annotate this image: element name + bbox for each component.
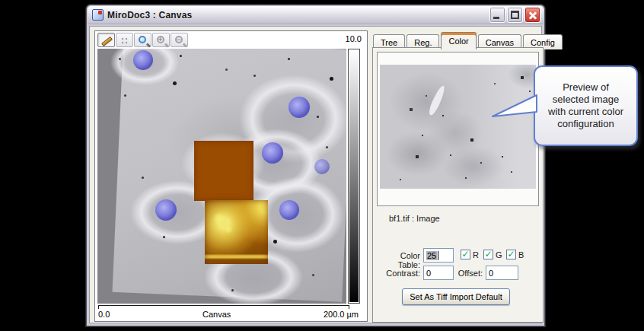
maximize-button[interactable]	[507, 7, 523, 23]
callout-line: with current color	[548, 106, 623, 118]
nucleus-stain	[262, 142, 283, 164]
cell-highlight	[427, 84, 447, 116]
color-tab-page: bf1.tif : Image Color Table: 25 ✓ R ✓ G …	[372, 47, 544, 323]
draw-tool-button[interactable]	[97, 33, 115, 47]
pencil-icon	[101, 37, 113, 46]
preview-image	[380, 65, 536, 189]
channel-g: ✓ G	[483, 250, 502, 259]
screenshot-root: MiroDoc3 : Canvas + − 10.0	[0, 0, 644, 331]
channel-r: ✓ R	[461, 250, 479, 259]
canvas-viewport[interactable]	[97, 49, 346, 304]
zoom-in-button[interactable]: +	[152, 33, 170, 47]
afm-overlay-lower	[205, 200, 268, 264]
maximize-icon	[511, 11, 519, 19]
contrast-label: Contrast:	[378, 269, 420, 278]
magnifier-icon	[139, 36, 146, 43]
canvas-toolbar: + −	[97, 33, 188, 47]
debris-specks	[97, 49, 100, 51]
channel-r-label: R	[473, 250, 479, 259]
nucleus-stain	[314, 159, 330, 174]
set-tiff-default-button[interactable]: Set As Tiff Import Default	[402, 288, 510, 305]
contrast-input[interactable]	[423, 266, 454, 280]
preview-box	[377, 52, 539, 206]
check-icon: ✓	[461, 250, 469, 259]
ruler-title-label: Canvas	[202, 310, 231, 319]
tab-color[interactable]: Color	[441, 32, 476, 49]
window-title: MiroDoc3 : Canvas	[107, 10, 192, 21]
channel-b-label: B	[518, 250, 524, 259]
scale-ruler	[98, 305, 349, 309]
offset-label: Offset:	[455, 269, 483, 278]
nucleus-stain	[289, 97, 310, 118]
magnify-tool-button[interactable]	[134, 33, 151, 47]
color-table-input[interactable]: 25	[423, 248, 454, 263]
color-table-value: 25	[426, 251, 437, 260]
check-icon: ✓	[507, 250, 515, 259]
callout-tail	[490, 91, 537, 122]
scale-ruler-labels: 0.0 Canvas 200.0 µm	[98, 310, 359, 319]
scale-max-label: 10.0	[346, 34, 362, 43]
hand-icon	[121, 37, 129, 44]
nucleus-stain	[133, 50, 153, 70]
image-name-label: bf1.tif : Image	[389, 214, 440, 223]
channel-g-label: G	[496, 250, 502, 259]
color-table-label: Color Table:	[378, 251, 420, 269]
nucleus-stain	[155, 199, 177, 221]
minimize-button[interactable]	[489, 7, 505, 23]
callout-line: selected image	[553, 94, 619, 106]
channel-b: ✓ B	[506, 250, 524, 259]
window-body: + − 10.0	[89, 26, 542, 323]
channel-b-checkbox[interactable]: ✓	[506, 250, 516, 259]
height-scale-bar	[348, 49, 360, 304]
text-caret	[438, 251, 438, 260]
ruler-min-label: 0.0	[98, 310, 110, 319]
ruler-max-label: 200.0 µm	[324, 310, 359, 319]
preview-specks	[380, 65, 381, 66]
close-button[interactable]	[524, 7, 540, 23]
minimize-icon	[493, 17, 499, 19]
title-bar[interactable]: MiroDoc3 : Canvas	[88, 6, 544, 24]
channel-g-checkbox[interactable]: ✓	[483, 250, 493, 259]
check-icon: ✓	[484, 250, 492, 259]
zoom-out-button[interactable]: −	[171, 33, 188, 47]
pan-tool-button[interactable]	[116, 33, 133, 47]
canvas-panel: + − 10.0	[94, 30, 368, 322]
callout-line: Preview of	[563, 81, 609, 94]
afm-overlay-upper	[194, 141, 253, 201]
app-icon	[92, 9, 104, 21]
channel-r-checkbox[interactable]: ✓	[461, 250, 470, 259]
offset-input[interactable]	[486, 266, 518, 280]
callout-line: configuration	[557, 118, 614, 130]
app-window: MiroDoc3 : Canvas + − 10.0	[86, 5, 545, 326]
grayscale-gradient	[349, 50, 359, 302]
callout-bubble: Preview of selected image with current c…	[534, 65, 638, 146]
nucleus-stain	[279, 200, 299, 220]
